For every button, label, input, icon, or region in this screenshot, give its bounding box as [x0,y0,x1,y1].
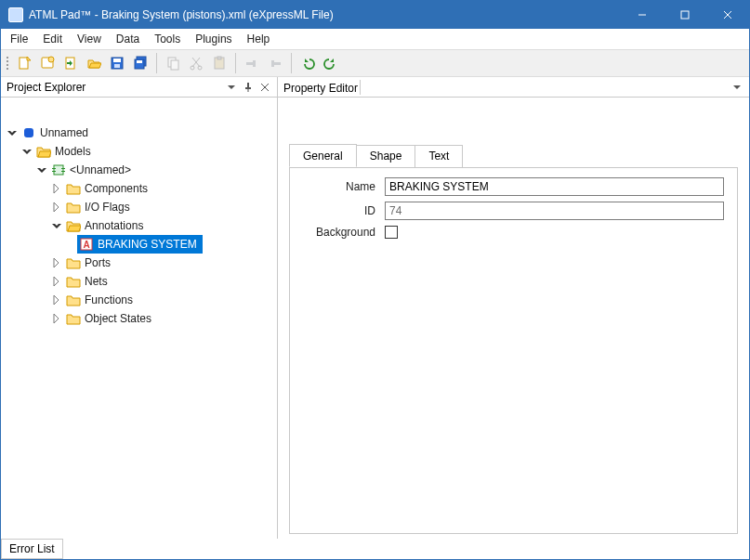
folder-open-icon [36,144,51,159]
save-button[interactable] [106,52,128,74]
menu-edit[interactable]: Edit [35,31,70,47]
project-explorer-panel: Project Explorer Unnamed Models [1,77,278,539]
background-checkbox[interactable] [385,226,398,239]
tree-row-annotations[interactable]: Annotations [7,216,273,235]
menu-data[interactable]: Data [109,31,147,47]
folder-icon [66,200,81,215]
import-button[interactable] [59,52,82,74]
tree-row-braking-system[interactable]: A BRAKING SYSTEM [7,235,273,254]
expand-icon[interactable] [51,294,62,306]
new-folder-button[interactable] [36,52,59,74]
tree-row-nets[interactable]: Nets [7,272,273,291]
svg-rect-15 [171,60,178,70]
expand-icon[interactable] [51,183,62,194]
annotation-icon: A [79,237,94,252]
property-tabs: General Shape Text [289,144,738,167]
menu-help[interactable]: Help [240,31,278,47]
dropdown-icon[interactable] [225,81,238,94]
expand-icon[interactable] [51,276,62,287]
svg-rect-33 [52,168,56,169]
svg-rect-34 [52,171,56,172]
background-label: Background [303,226,375,239]
folder-open-icon [66,218,81,233]
cut-button[interactable] [185,52,207,74]
tab-shape[interactable]: Shape [356,145,416,168]
redo-button[interactable] [320,52,342,74]
tab-general[interactable]: General [289,144,357,167]
svg-rect-1 [681,11,689,19]
bottom-bar: Error List [1,539,749,559]
dropdown-icon[interactable] [730,81,743,94]
folder-icon [66,293,81,307]
svg-rect-32 [54,165,63,175]
close-button[interactable] [706,1,749,29]
paste-button[interactable] [208,52,230,74]
tree-row-ports[interactable]: Ports [7,254,273,272]
menu-tools[interactable]: Tools [147,31,188,47]
property-editor-panel: Property Editor General Shape Text Name [278,77,749,539]
property-editor-body: General Shape Text Name ID Background [278,98,749,539]
project-icon [21,125,36,140]
form-row-background: Background [303,226,724,239]
toolbar-separator [156,53,157,73]
toolbar-separator [235,53,236,73]
menu-bar: File Edit View Data Tools Plugins Help [1,29,749,49]
expand-icon[interactable] [51,202,62,213]
close-panel-icon[interactable] [258,81,271,94]
menu-file[interactable]: File [3,31,35,47]
copy-button[interactable] [162,52,184,74]
error-list-tab[interactable]: Error List [1,539,63,559]
undo-button[interactable] [296,52,319,74]
tree-row-models[interactable]: Models [7,142,273,161]
form-row-id: ID [303,202,724,220]
tree-row-components[interactable]: Components [7,179,273,198]
tree-label: <Unnamed> [70,163,131,176]
menu-view[interactable]: View [70,31,109,47]
tab-text[interactable]: Text [414,145,463,168]
indent-button[interactable] [264,52,286,74]
project-explorer-title: Project Explorer [7,81,86,94]
open-button[interactable] [83,52,105,74]
collapse-icon[interactable] [51,220,62,231]
save-all-button[interactable] [129,52,151,74]
pin-icon[interactable] [242,81,255,94]
menu-plugins[interactable]: Plugins [188,31,239,47]
name-field[interactable] [385,177,724,196]
tree-row-object-states[interactable]: Object States [7,309,273,328]
tree-row-root[interactable]: Unnamed [7,124,273,142]
folder-icon [66,311,81,326]
svg-rect-13 [137,60,142,63]
collapse-icon[interactable] [21,146,33,157]
folder-icon [66,255,81,270]
svg-rect-9 [113,59,121,62]
svg-rect-28 [248,89,249,92]
project-tree[interactable]: Unnamed Models <Unnamed> Compone [1,98,277,539]
minimize-button[interactable] [621,1,664,29]
tree-row-functions[interactable]: Functions [7,291,273,309]
name-label: Name [303,180,375,193]
outdent-button[interactable] [241,52,263,74]
new-button[interactable] [13,52,35,74]
collapse-icon[interactable] [36,164,47,176]
tree-label: Models [55,145,91,158]
expand-icon[interactable] [51,257,62,268]
tree-label: Components [85,182,148,195]
svg-rect-10 [114,64,120,68]
tree-label: Unnamed [40,126,88,139]
workspace: Project Explorer Unnamed Models [1,77,749,539]
svg-point-6 [48,57,54,62]
model-icon [51,163,66,177]
tree-label: Functions [85,293,133,306]
svg-text:A: A [83,240,89,250]
tree-row-unnamed-model[interactable]: <Unnamed> [7,161,273,179]
svg-rect-35 [61,168,65,169]
folder-icon [66,274,81,289]
tree-row-ioflags[interactable]: I/O Flags [7,198,273,216]
svg-rect-23 [253,60,256,67]
expand-icon[interactable] [51,313,62,324]
folder-icon [66,181,81,196]
maximize-button[interactable] [664,1,706,29]
svg-rect-36 [61,171,65,172]
collapse-icon[interactable] [7,127,18,138]
toolbar-grip[interactable] [5,53,10,73]
